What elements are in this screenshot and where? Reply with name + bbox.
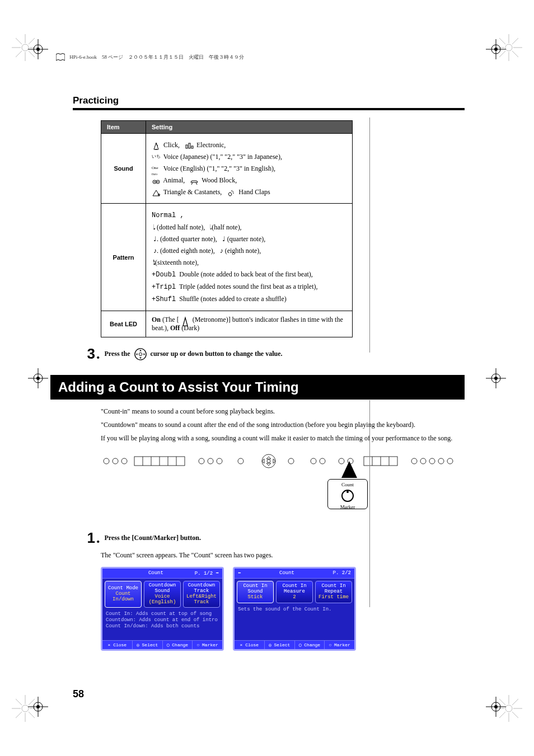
pattern-shufl: Shuffle (notes added to create a shuffle… — [179, 295, 286, 303]
svg-point-27 — [505, 705, 512, 712]
svg-line-69 — [196, 182, 197, 185]
svg-point-78 — [113, 458, 118, 464]
step-dot: . — [96, 530, 100, 547]
svg-marker-74 — [139, 357, 142, 359]
section-title: Practicing — [73, 95, 465, 106]
crop-mark-icon — [486, 697, 506, 717]
lcd1-tile-3: Countdown Track Left&Right Track — [183, 581, 220, 608]
pattern-settings-cell: Normal , 𝅗𝅥. (dotted half note), 𝅗𝅥 (hal… — [146, 204, 353, 311]
pattern-doubl-label: +Doubl — [152, 271, 176, 279]
lcd1-foot4: ○ Marker — [193, 641, 222, 649]
voice-jp-icon: いち — [152, 153, 161, 161]
svg-rect-61 — [186, 145, 188, 148]
pattern-eighth: (eighth note), — [225, 247, 261, 255]
count-button-icon — [340, 489, 355, 503]
svg-point-77 — [104, 458, 109, 464]
intro-paragraph-1: "Count-in" means to sound a count before… — [101, 406, 465, 416]
beatled-settings-cell: On (The [ (Metronome)] button's indicato… — [146, 311, 353, 337]
dotted-quarter-note-icon: ♩. — [152, 235, 160, 243]
svg-marker-92 — [266, 463, 271, 466]
svg-line-7 — [16, 51, 22, 57]
step-dot: . — [96, 346, 100, 363]
svg-line-17 — [512, 51, 518, 57]
lcd1-tile2-value: Voice (English) — [146, 594, 179, 605]
page-number: 58 — [73, 688, 84, 700]
lcd2-tile-3: Count In Repeat First time — [315, 581, 352, 603]
svg-point-89 — [238, 458, 243, 464]
svg-point-43 — [494, 48, 498, 51]
lcd1-page: P. 1/2 ➡ — [195, 570, 219, 576]
lcd2-tile-1: Count In Sound Stick — [237, 581, 274, 603]
sound-voice-en: Voice (English) ("1," "2," "3" in Englis… — [163, 165, 275, 172]
svg-line-25 — [16, 712, 22, 718]
col-header-item: Item — [101, 121, 146, 134]
svg-point-111 — [346, 491, 349, 493]
svg-point-98 — [320, 458, 325, 464]
pattern-doubl: Double (note added to back beat of the f… — [179, 270, 313, 278]
svg-line-68 — [191, 182, 193, 185]
lcd1-foot3: ◯ Change — [163, 641, 193, 649]
pattern-sixteenth: (sixteenth note), — [155, 259, 199, 266]
book-icon — [56, 53, 65, 62]
lcd2-tile2-label: Count In Measure — [278, 584, 311, 595]
lcd2-foot1: × Close — [235, 641, 265, 649]
intro-paragraph-2: "Countdown" means to sound a count after… — [101, 420, 465, 430]
step3-text-a: Press the — [105, 350, 132, 358]
lcd2-foot4: ○ Marker — [325, 641, 354, 649]
sound-click: Click, — [163, 141, 180, 149]
dotted-half-note-icon: 𝅗𝅥. — [152, 223, 157, 231]
lcd1-cap1: Count In: Adds count at top of song — [106, 611, 219, 617]
lcd1-tile3-value: Left&Right Track — [185, 594, 218, 605]
handclaps-icon — [227, 189, 236, 196]
svg-rect-63 — [191, 146, 193, 148]
lcd1-foot1: × Close — [102, 641, 133, 649]
metronome-small-icon — [181, 316, 190, 324]
pattern-half: (half note), — [212, 223, 241, 231]
svg-point-79 — [121, 458, 127, 464]
panel-figure: Count Marker — [101, 451, 459, 487]
svg-line-35 — [512, 712, 518, 718]
lcd1-tile3-label: Countdown Track — [185, 583, 218, 594]
callout-bottom: Marker — [330, 504, 365, 510]
beatled-body1: (The [ — [161, 316, 181, 323]
step-number-3: 3 — [73, 345, 95, 363]
quarter-note-icon: ♩ — [222, 235, 227, 243]
svg-marker-76 — [143, 353, 145, 355]
svg-point-106 — [420, 458, 426, 464]
crop-mark-icon — [28, 368, 48, 388]
crop-mark-icon — [486, 368, 506, 388]
row-label-sound: Sound — [101, 134, 146, 204]
svg-point-72 — [139, 353, 142, 356]
pattern-normal: Normal , — [152, 212, 184, 219]
lcd2-title: Count — [279, 570, 294, 576]
svg-point-95 — [267, 459, 270, 463]
pattern-deighth: (dotted eighth note), — [160, 247, 215, 255]
lcd1-cap3: Count In/down: Adds both counts — [106, 623, 219, 630]
col-header-setting: Setting — [146, 121, 353, 134]
svg-marker-91 — [266, 457, 271, 459]
lcd1-foot2: ◎ Select — [133, 641, 163, 649]
pattern-tripl-label: +Tripl — [152, 283, 176, 291]
lcd1-cap2: Countdown: Adds count at end of intro — [106, 617, 219, 623]
step-1-subtext: The "Count" screen appears. The "Count" … — [101, 550, 465, 560]
lcd2-page: P. 2/2 — [333, 570, 351, 576]
triangle-icon — [152, 189, 161, 196]
svg-point-51 — [494, 705, 498, 708]
margin-rule — [369, 118, 370, 353]
svg-point-66 — [154, 181, 155, 182]
svg-point-67 — [157, 181, 158, 182]
lcd-screen-2: ⬅ Count P. 2/2 Count In Sound Stick Coun… — [233, 567, 356, 651]
row-label-beatled: Beat LED — [101, 311, 146, 337]
callout-top: Count — [330, 482, 365, 487]
dotted-eighth-note-icon: ♪. — [152, 247, 160, 255]
lcd2-foot2: ◎ Select — [265, 641, 295, 649]
svg-point-107 — [429, 458, 435, 464]
print-meta-text: HPi-6-e.book 58 ページ ２００５年１１月１５日 火曜日 午後３時… — [69, 54, 244, 60]
svg-point-9 — [505, 44, 512, 51]
svg-rect-62 — [189, 143, 190, 148]
lcd1-tile-1: Count Mode Count In/down — [105, 581, 142, 608]
electronic-icon — [185, 142, 194, 149]
settings-table: Item Setting Sound Click, Electronic, いち — [101, 120, 353, 337]
lcd2-tile3-value: First time — [317, 595, 350, 600]
svg-point-86 — [199, 458, 204, 464]
